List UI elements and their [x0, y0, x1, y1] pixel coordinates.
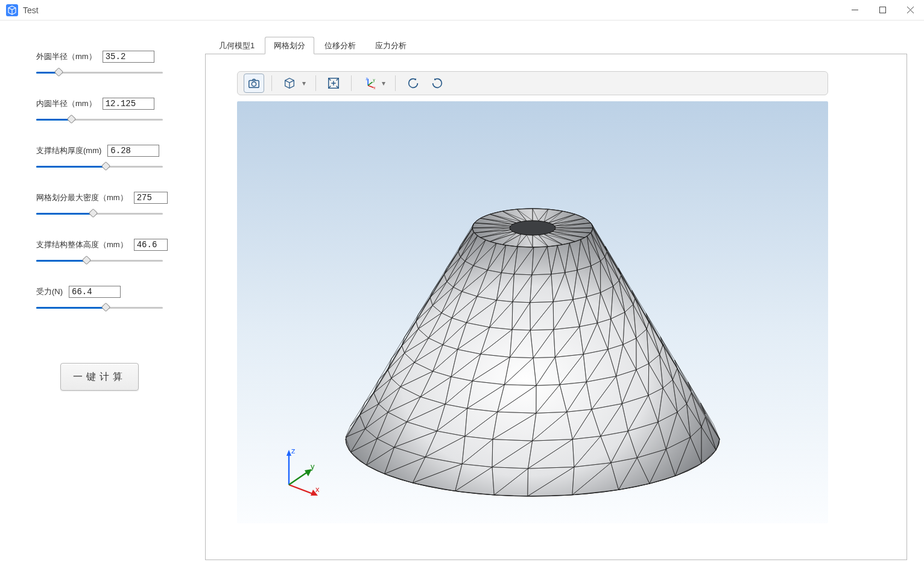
canvas-container: ▾ zyx ▾ — [205, 54, 907, 560]
window-title: Test — [23, 5, 39, 15]
outer-radius-slider[interactable] — [36, 66, 163, 78]
rotate-right-icon — [431, 77, 444, 90]
rotate-left-icon — [407, 77, 420, 90]
maximize-button[interactable] — [869, 0, 896, 20]
main-area: 几何模型1网格划分位移分析应力分析 ▾ — [205, 20, 924, 577]
thickness-input[interactable] — [107, 145, 159, 157]
svg-line-17 — [289, 485, 314, 494]
app-icon — [6, 4, 18, 16]
param-label: 支撑结构厚度(mm) — [36, 145, 101, 156]
viewcube-button[interactable] — [279, 74, 300, 93]
axis-z-label: z — [291, 446, 296, 455]
height-slider[interactable] — [36, 254, 163, 266]
close-button[interactable] — [896, 0, 924, 20]
parameters-panel: 外圆半径（mm） 内圆半径（mm） 支撑结构厚度(mm) 网格划分最大密度（ — [0, 20, 205, 577]
force-slider[interactable] — [36, 301, 163, 314]
svg-text:x: x — [373, 86, 376, 90]
param-thickness: 支撑结构厚度(mm) — [36, 145, 180, 172]
tab-mesh[interactable]: 网格划分 — [265, 37, 314, 54]
outer-radius-input[interactable] — [103, 51, 154, 63]
svg-line-19 — [289, 471, 308, 485]
svg-text:z: z — [366, 77, 368, 81]
svg-line-9 — [368, 82, 372, 86]
tab-geometry[interactable]: 几何模型1 — [210, 37, 264, 54]
rotate-right-button[interactable] — [427, 74, 448, 93]
param-label: 受力(N) — [36, 286, 63, 297]
tab-stress[interactable]: 应力分析 — [366, 37, 416, 54]
param-outer-radius: 外圆半径（mm） — [36, 51, 180, 78]
tab-displacement[interactable]: 位移分析 — [315, 37, 365, 54]
param-label: 网格划分最大密度（mm） — [36, 192, 128, 203]
rotate-left-button[interactable] — [403, 74, 423, 93]
axes-button[interactable]: zyx — [359, 74, 379, 93]
svg-point-5 — [252, 82, 256, 86]
compute-button[interactable]: 一键计算 — [60, 363, 139, 391]
param-label: 支撑结构整体高度（mm） — [36, 239, 128, 250]
param-label: 外圆半径（mm） — [36, 51, 97, 62]
screenshot-button[interactable] — [244, 74, 264, 93]
param-force: 受力(N) — [36, 286, 180, 314]
tab-bar: 几何模型1网格划分位移分析应力分析 — [205, 37, 907, 54]
axis-x-label: x — [315, 485, 320, 494]
cube-icon — [283, 77, 296, 90]
inner-radius-slider[interactable] — [36, 113, 163, 125]
viewcube-dropdown[interactable]: ▾ — [300, 79, 308, 87]
axis-gizmo: z y x — [273, 445, 328, 499]
force-input[interactable] — [69, 286, 121, 298]
svg-rect-1 — [879, 7, 885, 13]
height-input[interactable] — [134, 239, 168, 251]
param-height: 支撑结构整体高度（mm） — [36, 239, 180, 266]
viewer-toolbar: ▾ zyx ▾ — [237, 71, 828, 95]
axes-icon: zyx — [362, 77, 376, 90]
inner-radius-input[interactable] — [103, 98, 154, 110]
titlebar: Test — [0, 0, 924, 20]
fit-icon — [327, 77, 340, 90]
param-label: 内圆半径（mm） — [36, 98, 97, 109]
mesh-density-input[interactable] — [134, 192, 168, 204]
minimize-button[interactable] — [841, 0, 869, 20]
param-mesh-density: 网格划分最大密度（mm） — [36, 192, 180, 219]
axes-dropdown[interactable]: ▾ — [379, 79, 388, 87]
thickness-slider[interactable] — [36, 160, 163, 172]
mesh-density-slider[interactable] — [36, 207, 163, 219]
svg-text:y: y — [373, 78, 375, 83]
param-inner-radius: 内圆半径（mm） — [36, 98, 180, 125]
svg-marker-16 — [286, 450, 291, 456]
svg-line-8 — [368, 86, 373, 88]
axis-y-label: y — [311, 462, 315, 471]
camera-icon — [247, 77, 261, 90]
3d-viewport[interactable]: z y x — [237, 101, 828, 523]
fit-view-button[interactable] — [323, 74, 344, 93]
